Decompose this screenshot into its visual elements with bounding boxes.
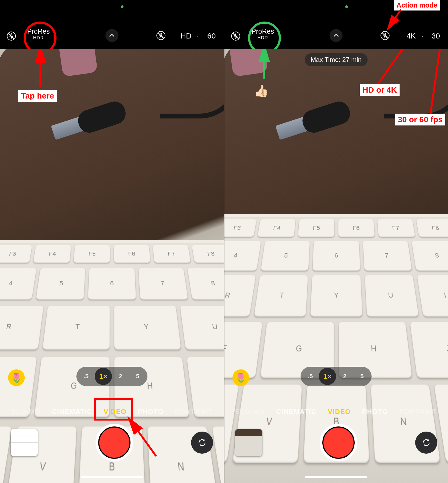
flash-toggle[interactable] [229, 30, 242, 43]
chevron-up-icon [333, 32, 340, 39]
home-indicator[interactable] [305, 476, 367, 478]
action-mode-icon [156, 31, 165, 40]
viewfinder[interactable]: F3F4F5F6F7F8 45678 RTYU FGHJ CVBNM 🌷 .5 … [0, 49, 224, 483]
fps-toggle[interactable]: 30 [432, 32, 440, 40]
zoom-0.5x[interactable]: .5 [77, 368, 95, 385]
mode-video[interactable]: VIDEO [104, 408, 126, 416]
flash-off-icon [231, 32, 240, 41]
prores-toggle[interactable]: ProRes HDR [248, 27, 278, 41]
prores-sublabel: HDR [24, 35, 53, 41]
zoom-0.5x[interactable]: .5 [302, 368, 319, 385]
chevron-up-icon [108, 32, 115, 39]
mode-slomo[interactable]: SLO-MO [11, 408, 40, 416]
zoom-5x[interactable]: 5 [353, 368, 371, 385]
annotation-thumbs-up: 👍🏻 [254, 84, 269, 98]
mode-cinematic[interactable]: CINEMATIC [276, 408, 317, 416]
expand-controls[interactable] [105, 29, 118, 42]
mode-photo[interactable]: PHOTO [138, 408, 164, 416]
annotation-hd-or-4k: HD or 4K [360, 84, 400, 96]
zoom-5x[interactable]: 5 [129, 368, 146, 385]
record-button[interactable] [96, 424, 133, 461]
right-screenshot: ProRes HDR 4K · 30 Action mode F3F4F5F6F… [224, 0, 448, 483]
zoom-1x[interactable]: 1× [95, 368, 112, 385]
home-indicator[interactable] [81, 476, 143, 478]
flash-toggle[interactable] [5, 30, 18, 43]
top-toolbar: ProRes HDR HD · 60 [0, 0, 224, 49]
mode-portrait[interactable]: PORTRAIT [399, 408, 437, 416]
last-photo-thumbnail[interactable] [235, 429, 262, 456]
top-toolbar: ProRes HDR 4K · 30 Action mode [224, 0, 448, 49]
action-mode-toggle[interactable] [154, 29, 167, 42]
separator: · [197, 32, 199, 40]
flip-camera-button[interactable] [191, 432, 213, 454]
decorative-usb [50, 99, 129, 144]
zoom-selector[interactable]: .5 1× 2 5 [76, 367, 147, 386]
resolution-toggle[interactable]: 4K [407, 32, 416, 40]
decorative-cable [160, 49, 224, 118]
privacy-indicator-dot [345, 5, 348, 8]
macro-mode-button[interactable]: 🌷 [8, 369, 25, 386]
annotation-action-mode: Action mode [394, 0, 440, 10]
max-time-pill: Max Time: 27 min [305, 53, 368, 66]
mode-photo[interactable]: PHOTO [362, 408, 388, 416]
zoom-2x[interactable]: 2 [112, 368, 129, 385]
tulip-icon: 🌷 [11, 372, 22, 383]
separator: · [421, 32, 423, 40]
viewfinder[interactable]: F3F4F5F6F7F8 45678 RTYUI FGHJ CVBNM Max … [224, 49, 448, 483]
camera-mode-strip[interactable]: SLO-MO CINEMATIC VIDEO PHOTO PORTRAIT [0, 408, 224, 416]
decorative-object [58, 49, 98, 77]
mode-slomo[interactable]: SLO-MO [235, 408, 265, 416]
action-mode-toggle[interactable] [379, 29, 391, 42]
zoom-2x[interactable]: 2 [336, 368, 353, 385]
mode-video[interactable]: VIDEO [328, 408, 351, 416]
mode-portrait[interactable]: PORTRAIT [175, 408, 213, 416]
flip-camera-icon [422, 438, 431, 447]
svg-line-12 [390, 9, 401, 26]
mode-cinematic[interactable]: CINEMATIC [52, 408, 92, 416]
fps-toggle[interactable]: 60 [207, 32, 216, 40]
decorative-usb [274, 99, 353, 144]
prores-sublabel: HDR [248, 35, 278, 41]
action-mode-icon [380, 31, 390, 40]
tulip-icon: 🌷 [235, 372, 246, 383]
macro-mode-button[interactable]: 🌷 [232, 369, 249, 386]
annotation-arrow [387, 8, 404, 28]
privacy-indicator-dot [121, 5, 124, 8]
last-photo-thumbnail[interactable] [11, 429, 38, 456]
bottom-controls [224, 424, 448, 461]
record-button[interactable] [320, 424, 357, 461]
flash-off-icon [7, 32, 16, 41]
annotation-tap-here: Tap here [18, 90, 57, 102]
left-screenshot: ProRes HDR HD · 60 F3F4F5F6F7F8 45678 [0, 0, 224, 483]
svg-point-10 [385, 33, 386, 34]
zoom-1x[interactable]: 1× [319, 368, 336, 385]
svg-point-3 [160, 33, 162, 34]
prores-label: ProRes [27, 27, 50, 35]
expand-controls[interactable] [330, 29, 343, 42]
flip-camera-icon [197, 438, 207, 447]
prores-toggle[interactable]: ProRes HDR [24, 27, 53, 41]
prores-label: ProRes [252, 27, 274, 35]
flip-camera-button[interactable] [415, 432, 437, 454]
zoom-selector[interactable]: .5 1× 2 5 [301, 367, 372, 386]
bottom-controls [0, 424, 224, 461]
camera-mode-strip[interactable]: SLO-MO CINEMATIC VIDEO PHOTO PORTRAIT [224, 408, 448, 416]
resolution-toggle[interactable]: HD [181, 32, 191, 40]
annotation-30-or-60-fps: 30 or 60 fps [395, 114, 445, 125]
decorative-cable [0, 49, 46, 130]
decorative-cable [384, 49, 448, 118]
